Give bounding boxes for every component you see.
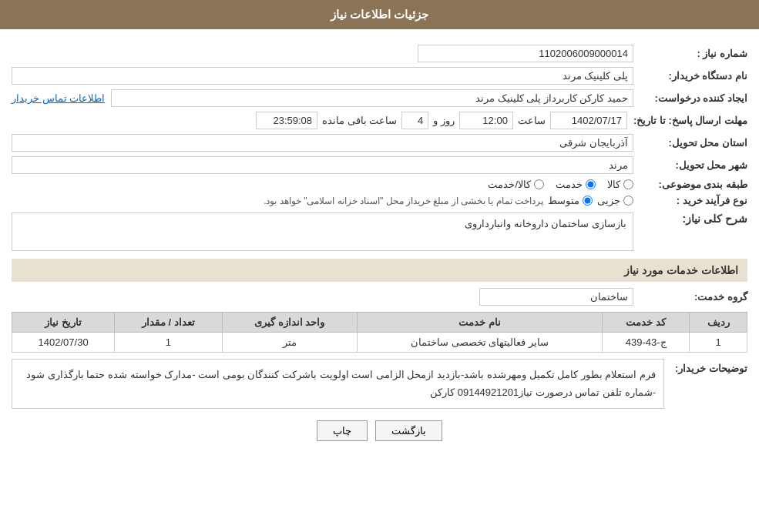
ijad-konanda-label: ایجاد کننده درخواست:	[640, 92, 747, 104]
ostan-label: استان محل تحویل:	[640, 137, 747, 149]
cell-tedad: 1	[115, 333, 222, 353]
tabaghe-option-kala-khedmat[interactable]: کالا/خدمت	[488, 179, 544, 190]
tawzihat-value: فرم استعلام بطور کامل تکمیل ومهرشده باشد…	[12, 359, 664, 409]
nooe-farayand-label: نوع فرآیند خرید :	[640, 195, 747, 206]
cell-nam: سایر فعالیتهای تخصصی ساختمان	[358, 333, 603, 353]
nam-dastgah-value: پلی کلینیک مرند	[12, 67, 633, 85]
ijad-konanda-value: حمید کارکن کاربرداز پلی کلینیک مرند	[111, 89, 633, 107]
nooe-option-jozi[interactable]: جزیی	[597, 195, 633, 206]
col-nam: نام خدمت	[358, 313, 603, 333]
cell-vahed: متر	[222, 333, 358, 353]
tabaghe-option-khedmat[interactable]: خدمت	[556, 179, 596, 190]
table-row: 1 ج-43-439 سایر فعالیتهای تخصصی ساختمان …	[12, 333, 747, 353]
shomara-niaz-label: شماره نیاز :	[640, 48, 747, 59]
col-kod: کد خدمت	[603, 313, 690, 333]
mohlat-roz-value: 4	[401, 112, 428, 129]
tabaghe-label: طبقه بندی موضوعی:	[640, 179, 747, 190]
baqi-mande-value: 23:59:08	[256, 112, 317, 129]
tabaghe-radio-group: کالا خدمت کالا/خدمت	[488, 179, 633, 190]
tawzihat-label: توضیحات خریدار:	[670, 359, 747, 374]
shahr-label: شهر محل تحویل:	[640, 159, 747, 171]
mohlat-date: 1402/07/17	[550, 112, 627, 129]
cell-tarikh: 1402/07/30	[12, 333, 115, 353]
mohlat-roz-label: روز و	[433, 115, 455, 126]
col-vahed: واحد اندازه گیری	[222, 313, 358, 333]
header-title: جزئیات اطلاعات نیاز	[331, 8, 428, 21]
sharh-value: بازسازی ساختمان داروخانه وانبارداروی	[12, 212, 633, 251]
tabaghe-option-kala[interactable]: کالا	[607, 179, 633, 190]
col-tarikh: تاریخ نیاز	[12, 313, 115, 333]
sharh-label: شرح کلی نیاز:	[640, 212, 747, 225]
baqi-mande-label: ساعت باقی مانده	[322, 115, 397, 126]
ostan-value: آذربایجان شرقی	[12, 134, 633, 152]
cell-kod: ج-43-439	[603, 333, 690, 353]
button-row: بازگشت چاپ	[12, 420, 747, 453]
print-button[interactable]: چاپ	[317, 420, 368, 441]
nam-dastgah-label: نام دستگاه خریدار:	[640, 70, 747, 82]
mohlat-saat-label: ساعت	[518, 115, 546, 126]
services-section-header: اطلاعات خدمات مورد نیاز	[12, 259, 747, 282]
nooe-option-motevaset[interactable]: متوسط	[548, 195, 593, 206]
col-radif: ردیف	[690, 313, 747, 333]
shomara-niaz-value: 1102006009000014	[418, 45, 633, 62]
shahr-value: مرند	[12, 156, 633, 174]
cell-radif: 1	[690, 333, 747, 353]
grohe-value: ساختمان	[479, 288, 633, 306]
back-button[interactable]: بازگشت	[375, 420, 442, 441]
ettelaat-tamas-link[interactable]: اطلاعات تماس خریدار	[12, 92, 105, 104]
services-table: ردیف کد خدمت نام خدمت واحد اندازه گیری ت…	[12, 312, 747, 353]
col-tedad: تعداد / مقدار	[115, 313, 222, 333]
mohlat-saat-value: 12:00	[459, 112, 513, 129]
nooe-description: پرداخت تمام یا بخشی از مبلغ خریداز محل "…	[264, 196, 543, 206]
page-header: جزئیات اطلاعات نیاز	[0, 0, 759, 29]
grohe-label: گروه خدمت:	[640, 291, 747, 303]
mohlat-label: مهلت ارسال پاسخ: تا تاریخ:	[633, 115, 747, 126]
